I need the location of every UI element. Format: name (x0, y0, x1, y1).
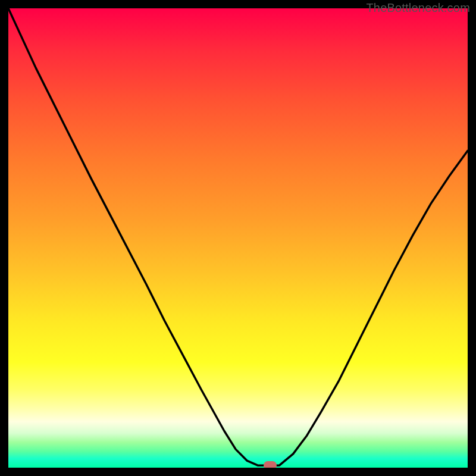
chart-plot-area (8, 8, 468, 468)
watermark-text: TheBottleneck.com (366, 1, 470, 15)
bottleneck-curve (8, 8, 468, 465)
chart-svg (8, 8, 468, 468)
optimal-point-marker (264, 461, 277, 468)
